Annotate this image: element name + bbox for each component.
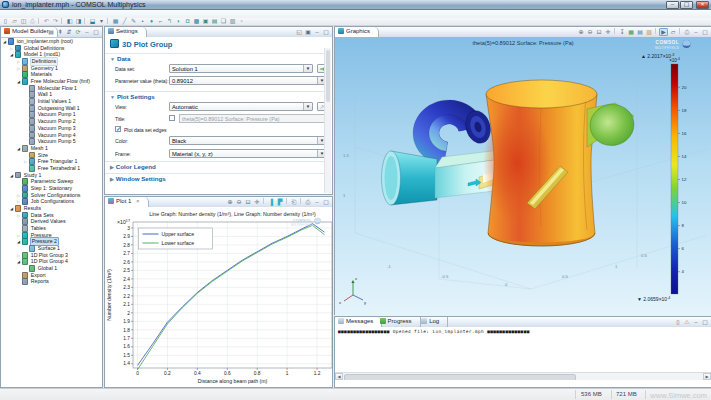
collapse-icon[interactable]: ◢ — [10, 172, 15, 179]
tab-settings[interactable]: Settings — [105, 27, 147, 37]
scrollbar-thumb[interactable] — [344, 374, 576, 380]
settings-maximize-view-icon[interactable]: ▢ — [322, 28, 330, 36]
toolbar-group-icon[interactable]: ❏ — [220, 18, 227, 25]
toolbar-geom-3-icon[interactable]: ◗ — [175, 18, 182, 25]
section-plot-settings[interactable]: ▼Plot Settings — [105, 91, 324, 102]
view-select[interactable]: Automatic▼ — [169, 102, 313, 111]
graphics-go-to-view-icon[interactable]: ↧ — [618, 28, 626, 36]
section-data[interactable]: ▼Data — [105, 53, 324, 64]
collapse-icon[interactable]: ◢ — [10, 51, 15, 58]
plot-zoom-box-icon[interactable]: ⊡ — [244, 198, 252, 206]
messages-maximize-view-icon[interactable]: ▢ — [701, 318, 709, 326]
frame-select[interactable]: Material (x, y, z)▼ — [169, 149, 327, 158]
toolbar-print-icon[interactable]: ⎙ — [29, 18, 36, 25]
toolbar-mesh-icon[interactable]: ▩ — [193, 18, 200, 25]
plot-print-icon[interactable]: ⎙ — [304, 198, 312, 206]
model-builder-show-options-icon[interactable]: ▤ — [47, 28, 55, 36]
graphics-view-zx-icon[interactable]: ▥ — [645, 28, 653, 36]
messages-clear-log-icon[interactable]: ▯ — [674, 318, 682, 326]
graphics-3d-scene[interactable]: -1-0.500.510.511.51201816141210864▲ 2.20… — [335, 37, 711, 316]
settings-scrollbar[interactable] — [324, 48, 331, 193]
toolbar-geom-2-icon[interactable]: ↰ — [166, 18, 173, 25]
model-builder-maximize-view-icon[interactable]: ▢ — [92, 28, 100, 36]
toolbar-draw-point-icon[interactable]: • — [139, 18, 146, 25]
graphics-transparency-icon[interactable]: ▱ — [669, 28, 677, 36]
toolbar-window-a-icon[interactable]: ◧ — [66, 18, 73, 25]
toolbar-compute-icon[interactable]: ▣ — [202, 18, 209, 25]
collapse-icon[interactable]: ◢ — [3, 38, 8, 45]
toolbar-color-drop-icon[interactable]: ▾ — [98, 18, 105, 25]
graphics-zoom-extents-icon[interactable]: ✛ — [604, 28, 612, 36]
toolbar-plot-grid-icon[interactable]: ▦ — [112, 18, 119, 25]
toolbar-study-icon[interactable]: ▤ — [211, 18, 218, 25]
color-select[interactable]: Black▼ — [169, 136, 327, 145]
graphics-content[interactable]: -1-0.500.510.511.51201816141210864▲ 2.20… — [335, 37, 711, 314]
plot-zoom-in-icon[interactable]: ⊕ — [226, 198, 234, 206]
plot-maximize-view-icon[interactable]: ▢ — [322, 198, 330, 206]
model-builder-collapse-all-icon[interactable]: ⇞ — [56, 28, 64, 36]
collapse-icon[interactable]: ◢ — [17, 145, 22, 152]
plot-y-axis-log-icon[interactable]: ▛ — [276, 198, 284, 206]
tab-progress[interactable]: Progress — [377, 317, 421, 327]
minimize-button[interactable]: – — [666, 1, 679, 9]
tab-plot1[interactable]: Plot 1 × — [105, 197, 149, 207]
toolbar-report-icon[interactable]: ▥ — [229, 18, 236, 25]
graphics-scene-light-icon[interactable]: ▶ — [659, 28, 668, 36]
plot-image-export-icon[interactable]: ⎗ — [290, 198, 298, 206]
messages-minimize-view-icon[interactable]: – — [692, 318, 700, 326]
settings-help-view-icon[interactable]: ▣ — [304, 28, 312, 36]
graphics-zoom-box-icon[interactable]: ⊡ — [595, 28, 603, 36]
graphics-view-xy-icon[interactable]: ▦ — [627, 28, 635, 36]
graphics-zoom-in-icon[interactable]: ⊕ — [577, 28, 585, 36]
section-window-settings[interactable]: ▶Window Settings — [105, 173, 324, 184]
graphics-zoom-out-icon[interactable]: ⊖ — [586, 28, 594, 36]
settings-float-view-icon[interactable]: ◱ — [295, 28, 303, 36]
messages-warnings-icon[interactable]: ⚠ — [683, 318, 691, 326]
model-builder-minimize-view-icon[interactable]: – — [83, 28, 91, 36]
line-chart[interactable]: 00.20.40.60.811.21.41.51.61.71.81.922.12… — [105, 207, 334, 387]
graphics-maximize-view-icon[interactable]: ▢ — [701, 28, 709, 36]
collapse-icon[interactable]: ◢ — [10, 205, 15, 212]
collapse-icon[interactable]: ◢ — [17, 258, 22, 265]
plot-x-axis-log-icon[interactable]: ▐ — [267, 198, 275, 206]
maximize-button[interactable]: ▢ — [680, 1, 693, 9]
toolbar-save-icon[interactable]: ◫ — [20, 18, 27, 25]
graphics-minimize-view-icon[interactable]: – — [692, 28, 700, 36]
scroll-right-icon[interactable]: ▶ — [703, 373, 711, 380]
close-icon[interactable]: × — [136, 198, 140, 204]
plot-minimize-view-icon[interactable]: – — [313, 198, 321, 206]
dataset-select[interactable]: Solution 1▼ — [169, 64, 313, 73]
toolbar-new-icon[interactable]: ▯ — [2, 18, 9, 25]
edges-checkbox[interactable]: ✓ — [115, 126, 121, 132]
toolbar-axis-icon[interactable]: ♦ — [148, 18, 155, 25]
tab-graphics[interactable]: Graphics — [335, 27, 379, 37]
graphics-view-yz-icon[interactable]: ▤ — [636, 28, 644, 36]
collapse-icon[interactable]: ◢ — [17, 78, 22, 85]
scrollbar-thumb[interactable] — [326, 50, 330, 102]
title-checkbox[interactable] — [169, 115, 175, 121]
toolbar-open-icon[interactable]: ▱ — [11, 18, 18, 25]
collapse-icon[interactable]: ◢ — [17, 238, 22, 245]
graphics-snapshot-icon[interactable]: ⎙ — [683, 28, 691, 36]
plot-zoom-out-icon[interactable]: ⊖ — [235, 198, 243, 206]
toolbar-undo-icon[interactable]: ↶ — [43, 18, 50, 25]
tab-messages[interactable]: Messages — [335, 317, 382, 327]
model-builder-move-up-down-icon[interactable]: ⇵ — [65, 28, 73, 36]
settings-minimize-view-icon[interactable]: – — [313, 28, 321, 36]
close-button[interactable]: × — [696, 1, 709, 9]
toolbar-draw-line-icon[interactable]: ╱ — [121, 18, 128, 25]
parameter-select[interactable]: 0.89012▼ — [169, 76, 327, 85]
toolbar-geom-1-icon[interactable]: ⌐ — [157, 18, 164, 25]
scroll-left-icon[interactable]: ◀ — [335, 373, 343, 380]
toolbar-help-icon[interactable]: ▫ — [238, 18, 245, 25]
model-builder-refresh-icon[interactable]: ⟳ — [74, 28, 82, 36]
toolbar-draw-pencil-icon[interactable]: ✎ — [130, 18, 137, 25]
messages-scrollbar[interactable]: ◀ ▶ — [335, 372, 711, 380]
plot-zoom-extents-icon[interactable]: ✛ — [253, 198, 261, 206]
section-color-legend[interactable]: ▶Color Legend — [105, 161, 324, 172]
toolbar-redo-icon[interactable]: ↷ — [52, 18, 59, 25]
toolbar-window-b-icon[interactable]: ◨ — [75, 18, 82, 25]
tab-log[interactable]: Log — [418, 317, 448, 327]
tree-node-reports[interactable]: Reports — [17, 278, 50, 285]
toolbar-color-icon[interactable]: ⬓ — [89, 18, 96, 25]
